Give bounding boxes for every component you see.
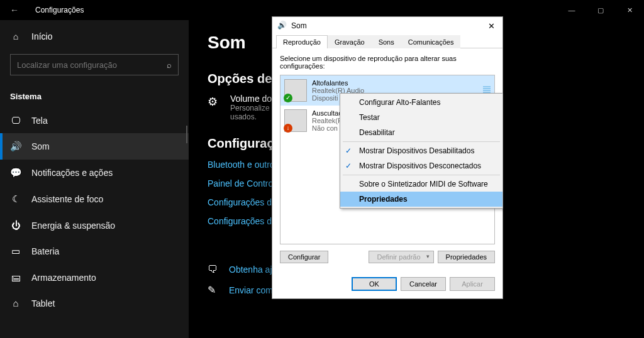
- device-name: Altofalantes: [312, 79, 364, 87]
- search-icon: ⌕: [167, 60, 172, 70]
- speaker-device-icon: [284, 79, 307, 102]
- device-sub2: Não con: [312, 124, 343, 132]
- sidebar-home[interactable]: ⌂ Início: [0, 25, 189, 48]
- volume-label: Volume do: [230, 94, 272, 104]
- dialog-close-button[interactable]: ✕: [486, 21, 497, 31]
- minimize-button[interactable]: —: [557, 0, 586, 20]
- sidebar-item-notificacoes[interactable]: 💬 Notificações e ações: [0, 160, 189, 186]
- sidebar-item-label: Armazenamento: [31, 273, 96, 283]
- battery-icon: ▭: [10, 246, 21, 257]
- close-button[interactable]: ✕: [615, 0, 644, 20]
- sound-icon: 🔊: [10, 141, 21, 152]
- sliders-icon: ⚙: [208, 95, 221, 109]
- sidebar-item-label: Assistente de foco: [31, 194, 103, 204]
- context-menu: Configurar Alto-Falantes Testar Desabili…: [340, 93, 503, 209]
- back-icon[interactable]: ←: [10, 5, 20, 15]
- ctx-separator: [343, 141, 500, 142]
- search-input[interactable]: [17, 60, 167, 70]
- dialog-title: Som: [291, 21, 486, 30]
- configure-button[interactable]: Configurar: [280, 251, 328, 263]
- tab-comunicacoes[interactable]: Comunicações: [401, 35, 461, 48]
- window-controls: — ▢ ✕: [557, 0, 644, 20]
- ok-button[interactable]: OK: [352, 277, 397, 291]
- ctx-properties[interactable]: Propriedades: [340, 192, 502, 207]
- tab-reproducao[interactable]: Reprodução: [276, 35, 328, 48]
- tablet-icon: ⌂: [10, 298, 21, 308]
- apply-button[interactable]: Aplicar: [450, 277, 495, 291]
- sidebar-item-label: Energia & suspensão: [31, 221, 115, 231]
- feedback-icon: ✎: [208, 284, 220, 296]
- sidebar-item-tela[interactable]: 🖵 Tela: [0, 107, 189, 133]
- dialog-tabs: Reprodução Gravação Sons Comunicações: [272, 35, 502, 48]
- sidebar-item-tablet[interactable]: ⌂ Tablet: [0, 290, 189, 316]
- headphones-device-icon: [284, 109, 307, 132]
- sidebar-item-foco[interactable]: ☾ Assistente de foco: [0, 186, 189, 212]
- ctx-show-disabled[interactable]: Mostrar Dispositivos Desabilitados: [340, 143, 502, 158]
- sidebar-item-som[interactable]: 🔊 Som: [0, 133, 189, 160]
- sidebar-item-armazenamento[interactable]: 🖴 Armazenamento: [0, 264, 189, 290]
- sidebar-item-label: Som: [31, 141, 50, 151]
- sidebar-item-energia[interactable]: ⏻ Energia & suspensão: [0, 212, 189, 238]
- dialog-instruction: Selecione um dispositivo de reprodução p…: [280, 55, 495, 70]
- sidebar-item-bateria[interactable]: ▭ Bateria: [0, 238, 189, 264]
- home-label: Início: [31, 31, 52, 41]
- device-sub1: Realtek(R: [312, 117, 343, 124]
- cancel-button[interactable]: Cancelar: [401, 277, 446, 291]
- ctx-show-disconnected[interactable]: Mostrar Dispositivos Desconectados: [340, 158, 502, 173]
- focus-icon: ☾: [10, 194, 21, 205]
- ctx-midi-about[interactable]: Sobre o Sintetizador MIDI de Software: [340, 177, 502, 192]
- speaker-icon: 🔊: [277, 21, 287, 31]
- volume-sub2: usados.: [230, 112, 272, 121]
- scrollbar[interactable]: [186, 126, 187, 143]
- sidebar-category: Sistema: [0, 82, 189, 107]
- sidebar-item-label: Notificações e ações: [31, 168, 113, 178]
- sidebar-item-label: Bateria: [31, 246, 59, 256]
- tab-gravacao[interactable]: Gravação: [328, 35, 372, 48]
- power-icon: ⏻: [10, 220, 21, 231]
- sidebar-item-label: Tablet: [31, 298, 55, 308]
- home-icon: ⌂: [10, 31, 21, 41]
- device-name: Auscultad: [312, 109, 343, 117]
- ctx-disable[interactable]: Desabilitar: [340, 125, 502, 140]
- sidebar-item-label: Tela: [31, 116, 48, 126]
- ctx-test[interactable]: Testar: [340, 110, 502, 125]
- display-icon: 🖵: [10, 115, 21, 126]
- search-box[interactable]: ⌕: [10, 54, 179, 75]
- storage-icon: 🖴: [10, 272, 21, 283]
- sidebar: ⌂ Início ⌕ Sistema 🖵 Tela 🔊 Som 💬 Notifi…: [0, 20, 189, 338]
- properties-button[interactable]: Propriedades: [438, 251, 495, 263]
- window-title: Configurações: [35, 6, 634, 14]
- set-default-button[interactable]: Definir padrão: [369, 251, 433, 263]
- tab-sons[interactable]: Sons: [372, 35, 401, 48]
- volume-sub: Personalize: [230, 104, 272, 112]
- ctx-configure-speakers[interactable]: Configurar Alto-Falantes: [340, 95, 502, 110]
- help-icon: 🗨: [208, 264, 220, 275]
- maximize-button[interactable]: ▢: [586, 0, 615, 20]
- dialog-titlebar[interactable]: 🔊 Som ✕: [272, 17, 502, 35]
- ctx-separator: [343, 175, 500, 175]
- notifications-icon: 💬: [10, 167, 21, 178]
